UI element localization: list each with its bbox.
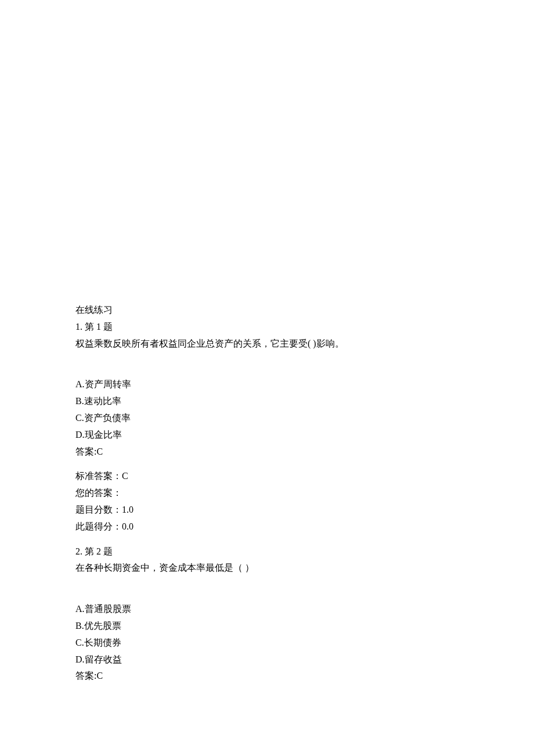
document-page: 在线练习 1. 第 1 题 权益乘数反映所有者权益同企业总资产的关系，它主要受(… <box>0 0 534 685</box>
standard-answer-value: C <box>122 471 128 481</box>
standard-answer-label: 标准答案： <box>75 471 122 481</box>
option-b: B.速动比率 <box>75 393 459 410</box>
standard-answer: 标准答案：C <box>75 468 459 485</box>
spacer <box>75 577 459 593</box>
option-d: D.现金比率 <box>75 427 459 444</box>
obtained-score-label: 此题得分： <box>75 521 122 531</box>
question-score: 题目分数：1.0 <box>75 502 459 519</box>
option-a: A.资产周转率 <box>75 376 459 393</box>
option-b: B.优先股票 <box>75 618 459 635</box>
option-c: C.资产负债率 <box>75 410 459 427</box>
your-answer-label: 您的答案： <box>75 488 122 498</box>
question-score-value: 1.0 <box>122 505 134 514</box>
your-answer: 您的答案： <box>75 485 459 502</box>
question-stem: 权益乘数反映所有者权益同企业总资产的关系，它主要受( )影响。 <box>75 336 459 352</box>
obtained-score-value: 0.0 <box>122 521 134 531</box>
question-stem: 在各种长期资金中，资金成本率最低是（ ） <box>75 560 459 577</box>
option-a: A.普通股股票 <box>75 601 459 618</box>
spacer <box>75 460 459 468</box>
spacer <box>75 593 459 601</box>
spacer <box>75 368 459 376</box>
question-score-label: 题目分数： <box>75 505 122 514</box>
answer-line: 答案:C <box>75 668 459 685</box>
spacer <box>75 535 459 543</box>
option-c: C.长期债券 <box>75 635 459 651</box>
spacer <box>75 352 459 368</box>
page-title: 在线练习 <box>75 302 459 319</box>
question-number: 1. 第 1 题 <box>75 319 459 336</box>
option-d: D.留存收益 <box>75 651 459 668</box>
question-number: 2. 第 2 题 <box>75 543 459 560</box>
obtained-score: 此题得分：0.0 <box>75 519 459 535</box>
answer-line: 答案:C <box>75 444 459 460</box>
